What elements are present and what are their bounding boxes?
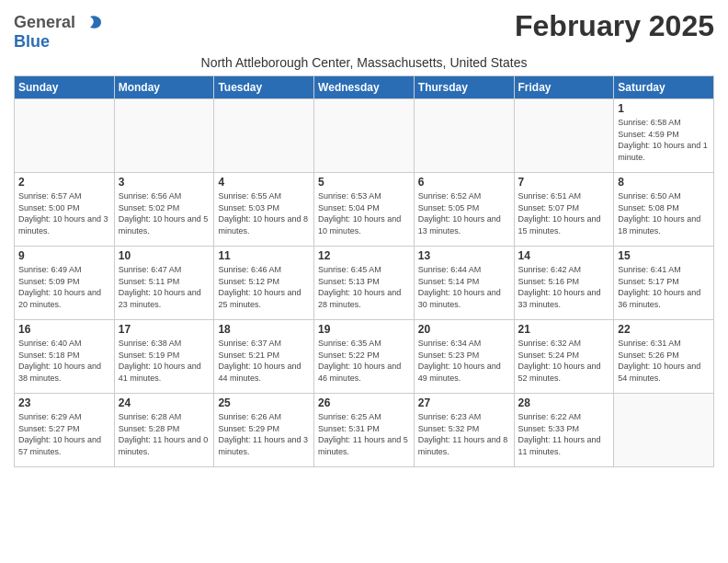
calendar-week-row: 2Sunrise: 6:57 AM Sunset: 5:00 PM Daylig… xyxy=(15,173,714,247)
calendar-day-cell: 27Sunrise: 6:23 AM Sunset: 5:32 PM Dayli… xyxy=(414,394,514,467)
logo: General Blue xyxy=(14,13,103,52)
calendar-week-row: 16Sunrise: 6:40 AM Sunset: 5:18 PM Dayli… xyxy=(15,320,714,394)
calendar-day-cell: 25Sunrise: 6:26 AM Sunset: 5:29 PM Dayli… xyxy=(214,394,314,467)
calendar-day-cell: 7Sunrise: 6:51 AM Sunset: 5:07 PM Daylig… xyxy=(514,173,614,247)
day-number: 7 xyxy=(518,176,610,189)
day-info: Sunrise: 6:38 AM Sunset: 5:19 PM Dayligh… xyxy=(119,338,210,384)
logo-blue-text: Blue xyxy=(14,32,50,51)
calendar-body: 1Sunrise: 6:58 AM Sunset: 4:59 PM Daylig… xyxy=(15,99,714,467)
day-info: Sunrise: 6:53 AM Sunset: 5:04 PM Dayligh… xyxy=(318,190,410,236)
calendar-day-cell: 14Sunrise: 6:42 AM Sunset: 5:16 PM Dayli… xyxy=(514,247,614,320)
calendar-day-cell: 12Sunrise: 6:45 AM Sunset: 5:13 PM Dayli… xyxy=(314,247,415,320)
calendar-day-cell: 13Sunrise: 6:44 AM Sunset: 5:14 PM Dayli… xyxy=(414,247,514,320)
day-info: Sunrise: 6:32 AM Sunset: 5:24 PM Dayligh… xyxy=(518,338,610,384)
day-info: Sunrise: 6:26 AM Sunset: 5:29 PM Dayligh… xyxy=(218,411,310,457)
day-info: Sunrise: 6:42 AM Sunset: 5:16 PM Dayligh… xyxy=(518,264,610,310)
day-number: 21 xyxy=(518,323,610,336)
calendar-day-cell: 21Sunrise: 6:32 AM Sunset: 5:24 PM Dayli… xyxy=(514,320,614,394)
day-info: Sunrise: 6:56 AM Sunset: 5:02 PM Dayligh… xyxy=(119,190,210,236)
day-info: Sunrise: 6:58 AM Sunset: 4:59 PM Dayligh… xyxy=(618,117,710,163)
day-number: 6 xyxy=(418,176,510,189)
day-number: 26 xyxy=(318,396,410,409)
day-info: Sunrise: 6:37 AM Sunset: 5:21 PM Dayligh… xyxy=(218,338,310,384)
weekday-header-cell: Sunday xyxy=(15,76,115,99)
day-number: 28 xyxy=(518,396,610,409)
calendar-day-cell: 19Sunrise: 6:35 AM Sunset: 5:22 PM Dayli… xyxy=(314,320,415,394)
day-number: 20 xyxy=(418,323,510,336)
day-info: Sunrise: 6:45 AM Sunset: 5:13 PM Dayligh… xyxy=(318,264,410,310)
weekday-header-cell: Wednesday xyxy=(314,76,415,99)
calendar-day-cell: 1Sunrise: 6:58 AM Sunset: 4:59 PM Daylig… xyxy=(614,99,714,173)
month-title: February 2025 xyxy=(515,9,714,43)
logo-bird-icon xyxy=(77,15,103,31)
calendar-day-cell: 5Sunrise: 6:53 AM Sunset: 5:04 PM Daylig… xyxy=(314,173,415,247)
day-number: 25 xyxy=(218,396,310,409)
day-number: 23 xyxy=(18,396,110,409)
calendar-day-cell xyxy=(414,99,514,173)
day-info: Sunrise: 6:49 AM Sunset: 5:09 PM Dayligh… xyxy=(18,264,110,310)
calendar-table: SundayMondayTuesdayWednesdayThursdayFrid… xyxy=(14,75,714,467)
day-number: 15 xyxy=(618,249,710,262)
location-subtitle: North Attleborough Center, Massachusetts… xyxy=(14,55,714,70)
day-number: 5 xyxy=(318,176,410,189)
weekday-header-cell: Friday xyxy=(514,76,614,99)
day-info: Sunrise: 6:44 AM Sunset: 5:14 PM Dayligh… xyxy=(418,264,510,310)
day-number: 4 xyxy=(218,176,310,189)
day-number: 1 xyxy=(618,102,710,115)
page-header: General Blue February 2025 xyxy=(14,9,714,52)
weekday-header-cell: Saturday xyxy=(614,76,714,99)
calendar-day-cell: 20Sunrise: 6:34 AM Sunset: 5:23 PM Dayli… xyxy=(414,320,514,394)
day-number: 24 xyxy=(119,396,210,409)
calendar-day-cell: 11Sunrise: 6:46 AM Sunset: 5:12 PM Dayli… xyxy=(214,247,314,320)
day-number: 14 xyxy=(518,249,610,262)
calendar-day-cell: 22Sunrise: 6:31 AM Sunset: 5:26 PM Dayli… xyxy=(614,320,714,394)
calendar-day-cell: 10Sunrise: 6:47 AM Sunset: 5:11 PM Dayli… xyxy=(114,247,214,320)
calendar-day-cell: 3Sunrise: 6:56 AM Sunset: 5:02 PM Daylig… xyxy=(114,173,214,247)
day-info: Sunrise: 6:29 AM Sunset: 5:27 PM Dayligh… xyxy=(18,411,110,457)
day-number: 11 xyxy=(218,249,310,262)
day-number: 2 xyxy=(18,176,110,189)
day-number: 17 xyxy=(119,323,210,336)
day-number: 18 xyxy=(218,323,310,336)
day-info: Sunrise: 6:50 AM Sunset: 5:08 PM Dayligh… xyxy=(618,190,710,236)
calendar-day-cell xyxy=(614,394,714,467)
day-info: Sunrise: 6:52 AM Sunset: 5:05 PM Dayligh… xyxy=(418,190,510,236)
day-number: 27 xyxy=(418,396,510,409)
day-info: Sunrise: 6:40 AM Sunset: 5:18 PM Dayligh… xyxy=(18,338,110,384)
day-info: Sunrise: 6:22 AM Sunset: 5:33 PM Dayligh… xyxy=(518,411,610,457)
calendar-day-cell xyxy=(15,99,115,173)
day-info: Sunrise: 6:41 AM Sunset: 5:17 PM Dayligh… xyxy=(618,264,710,310)
day-number: 12 xyxy=(318,249,410,262)
day-info: Sunrise: 6:23 AM Sunset: 5:32 PM Dayligh… xyxy=(418,411,510,457)
calendar-day-cell: 17Sunrise: 6:38 AM Sunset: 5:19 PM Dayli… xyxy=(114,320,214,394)
calendar-week-row: 23Sunrise: 6:29 AM Sunset: 5:27 PM Dayli… xyxy=(15,394,714,467)
day-number: 19 xyxy=(318,323,410,336)
calendar-day-cell: 23Sunrise: 6:29 AM Sunset: 5:27 PM Dayli… xyxy=(15,394,115,467)
calendar-week-row: 9Sunrise: 6:49 AM Sunset: 5:09 PM Daylig… xyxy=(15,247,714,320)
day-number: 10 xyxy=(119,249,210,262)
calendar-day-cell: 4Sunrise: 6:55 AM Sunset: 5:03 PM Daylig… xyxy=(214,173,314,247)
day-info: Sunrise: 6:55 AM Sunset: 5:03 PM Dayligh… xyxy=(218,190,310,236)
day-number: 13 xyxy=(418,249,510,262)
calendar-day-cell: 15Sunrise: 6:41 AM Sunset: 5:17 PM Dayli… xyxy=(614,247,714,320)
day-info: Sunrise: 6:34 AM Sunset: 5:23 PM Dayligh… xyxy=(418,338,510,384)
day-info: Sunrise: 6:51 AM Sunset: 5:07 PM Dayligh… xyxy=(518,190,610,236)
calendar-day-cell: 18Sunrise: 6:37 AM Sunset: 5:21 PM Dayli… xyxy=(214,320,314,394)
day-number: 3 xyxy=(119,176,210,189)
logo-general-text: General xyxy=(14,13,75,32)
calendar-day-cell: 8Sunrise: 6:50 AM Sunset: 5:08 PM Daylig… xyxy=(614,173,714,247)
day-number: 16 xyxy=(18,323,110,336)
calendar-day-cell: 9Sunrise: 6:49 AM Sunset: 5:09 PM Daylig… xyxy=(15,247,115,320)
calendar-day-cell xyxy=(114,99,214,173)
day-info: Sunrise: 6:57 AM Sunset: 5:00 PM Dayligh… xyxy=(18,190,110,236)
day-info: Sunrise: 6:28 AM Sunset: 5:28 PM Dayligh… xyxy=(119,411,210,457)
calendar-day-cell: 26Sunrise: 6:25 AM Sunset: 5:31 PM Dayli… xyxy=(314,394,415,467)
calendar-day-cell xyxy=(314,99,415,173)
day-number: 8 xyxy=(618,176,710,189)
calendar-day-cell xyxy=(514,99,614,173)
day-info: Sunrise: 6:46 AM Sunset: 5:12 PM Dayligh… xyxy=(218,264,310,310)
calendar-day-cell: 16Sunrise: 6:40 AM Sunset: 5:18 PM Dayli… xyxy=(15,320,115,394)
day-info: Sunrise: 6:47 AM Sunset: 5:11 PM Dayligh… xyxy=(119,264,210,310)
day-number: 22 xyxy=(618,323,710,336)
weekday-header-cell: Monday xyxy=(114,76,214,99)
